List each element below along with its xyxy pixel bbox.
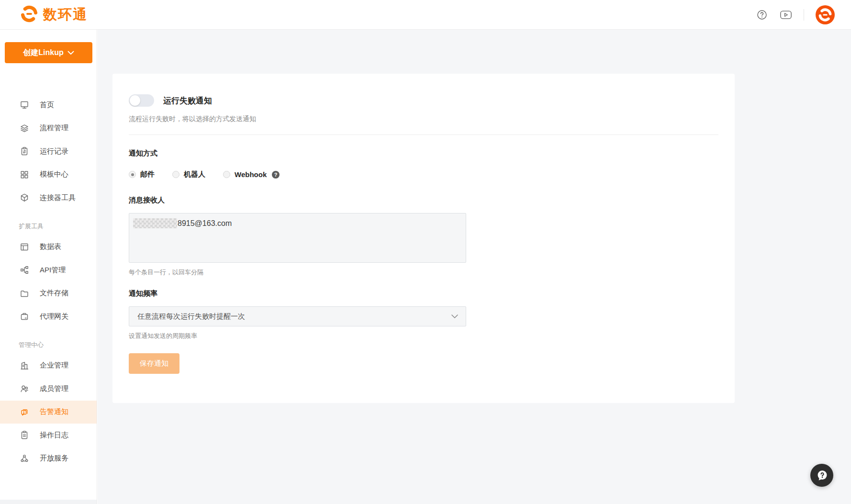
frequency-title: 通知频率	[129, 289, 718, 298]
api-manage-icon	[20, 265, 29, 275]
sidebar-item-label: 告警通知	[40, 407, 68, 416]
notify-method-options: 邮件机器人Webhook?	[129, 170, 718, 179]
radio-label: 机器人	[184, 170, 205, 179]
radio-label: Webhook	[235, 170, 267, 179]
sidebar-item-open-service[interactable]: 开放服务	[0, 447, 97, 470]
sidebar-item-label: 数据表	[40, 242, 61, 251]
fail-notify-row: 运行失败通知	[129, 94, 718, 107]
radio-circle[interactable]	[129, 171, 136, 178]
sidebar-item-label: 代理网关	[40, 312, 68, 321]
sidebar-section-label: 管理中心	[0, 328, 97, 354]
open-service-icon	[20, 454, 29, 463]
sidebar-item-member-manage[interactable]: 成员管理	[0, 377, 97, 401]
alert-settings-card: 运行失败通知 流程运行失败时，将以选择的方式发送通知 通知方式 邮件机器人Web…	[112, 74, 735, 403]
sidebar-item-label: 模板中心	[40, 170, 68, 179]
sidebar-item-connector-tools[interactable]: 连接器工具	[0, 186, 97, 210]
webhook-help-icon[interactable]: ?	[272, 171, 280, 179]
sidebar-item-template-center[interactable]: 模板中心	[0, 163, 97, 187]
data-table-icon	[20, 242, 29, 252]
radio-option-Webhook[interactable]: Webhook?	[223, 170, 280, 179]
frequency-select[interactable]: 任意流程每次运行失败时提醒一次	[129, 306, 466, 326]
radio-option-邮件[interactable]: 邮件	[129, 170, 155, 179]
sidebar-item-label: 运行记录	[40, 147, 68, 156]
sidebar-section-label: 扩展工具	[0, 210, 97, 235]
radio-label: 邮件	[140, 170, 155, 179]
sidebar-item-label: 企业管理	[40, 361, 68, 370]
alert-notify-icon	[20, 407, 29, 417]
connector-tools-icon	[20, 193, 29, 202]
create-linkup-button[interactable]: 创建Linkup	[5, 42, 92, 63]
top-header: 数环通	[0, 0, 851, 30]
sidebar-menu: 首页流程管理运行记录模板中心连接器工具扩展工具数据表API管理文件存储代理网关管…	[0, 101, 97, 500]
sidebar-item-flow-manage[interactable]: 流程管理	[0, 117, 97, 140]
fail-notify-description: 流程运行失败时，将以选择的方式发送通知	[129, 115, 718, 123]
notify-method-title: 通知方式	[129, 149, 718, 158]
frequency-value: 任意流程每次运行失败时提醒一次	[137, 312, 245, 321]
header-actions	[756, 5, 835, 24]
receivers-helper: 每个条目一行，以回车分隔	[129, 268, 718, 277]
create-linkup-label: 创建Linkup	[23, 48, 63, 58]
fail-notify-toggle[interactable]	[129, 94, 154, 107]
chevron-down-icon	[451, 314, 459, 319]
chevron-down-icon	[67, 51, 74, 55]
frequency-helper: 设置通知发送的周期频率	[129, 332, 718, 340]
sidebar-item-label: API管理	[40, 266, 66, 275]
toggle-knob	[130, 95, 140, 106]
receiver-email: 8915@163.com	[178, 219, 232, 227]
sidebar-item-label: 流程管理	[40, 123, 68, 133]
sidebar-item-alert-notify[interactable]: 告警通知	[0, 401, 97, 424]
sidebar-item-label: 首页	[40, 101, 54, 110]
sidebar-item-api-manage[interactable]: API管理	[0, 258, 97, 282]
brand: 数环通	[20, 5, 88, 25]
sidebar-item-run-record[interactable]: 运行记录	[0, 140, 97, 163]
radio-option-机器人[interactable]: 机器人	[172, 170, 205, 179]
receivers-textarea[interactable]: 8915@163.com	[129, 213, 466, 263]
user-avatar[interactable]	[816, 5, 835, 24]
file-storage-icon	[20, 289, 29, 298]
sidebar-item-operation-log[interactable]: 操作日志	[0, 424, 97, 447]
sidebar-item-enterprise-manage[interactable]: 企业管理	[0, 354, 97, 378]
sidebar-item-label: 成员管理	[40, 384, 68, 393]
radio-circle[interactable]	[223, 171, 230, 178]
brand-logo-icon	[20, 5, 38, 25]
enterprise-manage-icon	[20, 361, 29, 370]
sidebar-scrollbar[interactable]	[0, 500, 97, 504]
flow-manage-icon	[20, 123, 29, 133]
section-divider	[129, 134, 718, 135]
brand-name: 数环通	[43, 5, 88, 24]
video-tutorial-icon[interactable]	[780, 9, 792, 21]
template-center-icon	[20, 170, 29, 179]
sidebar-item-data-table[interactable]: 数据表	[0, 235, 97, 259]
sidebar-item-proxy-gateway[interactable]: 代理网关	[0, 305, 97, 328]
member-manage-icon	[20, 384, 29, 393]
save-button[interactable]: 保存通知	[129, 353, 179, 374]
masked-email-prefix	[133, 218, 177, 228]
question-bubble-icon	[816, 469, 829, 482]
run-record-icon	[20, 146, 29, 156]
sidebar: 创建Linkup 首页流程管理运行记录模板中心连接器工具扩展工具数据表API管理…	[0, 30, 97, 504]
help-icon[interactable]	[756, 9, 768, 21]
operation-log-icon	[20, 430, 29, 440]
sidebar-item-home[interactable]: 首页	[0, 101, 97, 117]
receivers-title: 消息接收人	[129, 196, 718, 205]
radio-circle[interactable]	[172, 171, 179, 178]
home-icon	[20, 101, 29, 110]
fail-notify-title: 运行失败通知	[163, 95, 212, 106]
sidebar-item-label: 连接器工具	[40, 193, 76, 202]
sidebar-item-label: 操作日志	[40, 431, 68, 440]
header-divider	[804, 9, 804, 21]
main-content: 告警通知 运行失败通知 流程运行失败时，将以选择的方式发送通知 通知方式 邮件机…	[98, 30, 851, 504]
sidebar-item-file-storage[interactable]: 文件存储	[0, 282, 97, 305]
sidebar-item-label: 开放服务	[40, 454, 68, 463]
proxy-gateway-icon	[20, 312, 29, 321]
floating-help-button[interactable]	[810, 464, 833, 487]
sidebar-item-label: 文件存储	[40, 289, 68, 298]
